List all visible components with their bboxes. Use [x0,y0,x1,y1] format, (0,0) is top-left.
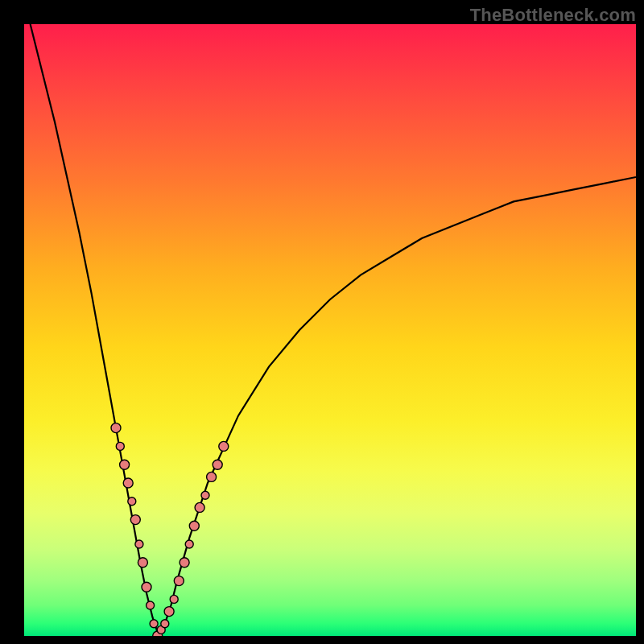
sample-dot [147,601,155,609]
sample-dot [135,540,143,548]
sample-dot [219,441,229,451]
sample-dot [164,607,174,617]
sample-dot [189,521,199,530]
sample-dot [142,582,151,592]
sample-dot [138,558,147,568]
sample-dot [161,620,169,628]
sample-dots-group [111,423,229,636]
sample-dot [123,478,133,488]
bottleneck-curve [31,24,636,636]
sample-dot [185,540,193,548]
sample-dot [170,595,178,603]
sample-dot [120,460,130,469]
sample-dot [180,558,189,568]
chart-frame: TheBottleneck.com [0,0,644,644]
sample-dot [213,460,222,469]
sample-dot [195,502,204,512]
sample-dot [150,620,158,628]
sample-dot [111,423,121,433]
plot-area [24,24,636,636]
sample-dot [116,442,124,450]
sample-dot [128,497,136,506]
sample-dot [174,576,184,586]
watermark-text: TheBottleneck.com [470,5,636,26]
sample-dot [201,491,209,499]
chart-svg [24,24,636,636]
sample-dot [130,515,140,525]
sample-dot [207,472,217,481]
